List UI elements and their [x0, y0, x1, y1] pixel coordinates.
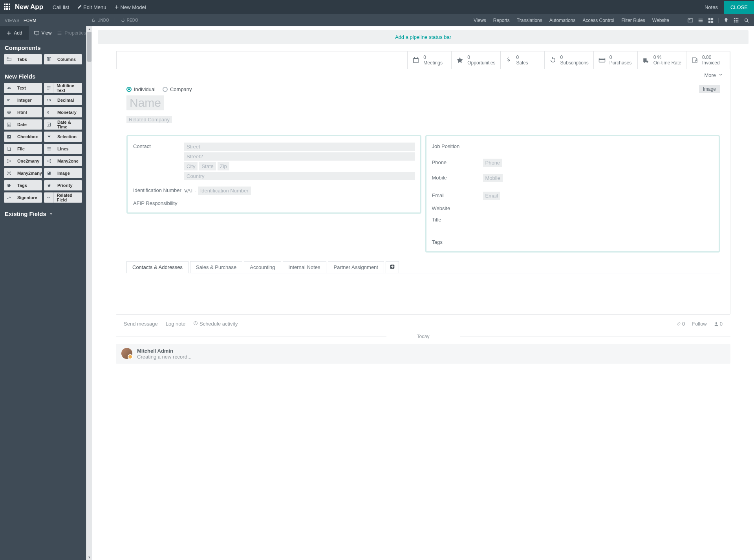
component-tabs[interactable]: Tabs [4, 54, 42, 64]
radio-individual[interactable]: Individual [126, 86, 156, 92]
caret-down-icon [49, 212, 53, 216]
undo-button[interactable]: UNDO [91, 18, 109, 23]
field-date[interactable]: 21Date [4, 119, 42, 130]
stat-ontime-rate[interactable]: 0 %On-time Rate [637, 51, 686, 69]
existing-fields-toggle[interactable]: Existing Fields [0, 207, 86, 221]
tab-add-new[interactable] [386, 261, 399, 273]
sidebar-tab-add[interactable]: Add [0, 26, 29, 40]
subbar-link-reports[interactable]: Reports [493, 18, 510, 23]
close-button[interactable]: CLOSE [724, 1, 754, 14]
subbar-link-filter-rules[interactable]: Filter Rules [621, 18, 645, 23]
field-text[interactable]: AbText [4, 83, 42, 93]
stat-subscriptions[interactable]: 0Subscriptions [544, 51, 593, 69]
stat-meetings[interactable]: 0Meetings [407, 51, 451, 69]
follow-button[interactable]: Follow [692, 321, 707, 327]
redo-button[interactable]: REDO [121, 18, 138, 23]
clock-icon [193, 321, 198, 326]
subbar-link-automations[interactable]: Automations [549, 18, 576, 23]
menu-new-model[interactable]: New Model [114, 4, 146, 10]
field-checkbox[interactable]: Checkbox [4, 132, 42, 142]
vat-input[interactable]: Identification Number [198, 187, 251, 195]
field-many2one[interactable]: Many2one [44, 156, 82, 166]
field-image[interactable]: Image [44, 168, 82, 178]
kanban-view-icon[interactable] [708, 18, 714, 23]
svg-point-31 [7, 159, 8, 161]
log-note-button[interactable]: Log note [166, 321, 186, 327]
tab-sales-purchase[interactable]: Sales & Purchase [190, 261, 242, 273]
form-breadcrumb[interactable]: FORM [24, 18, 36, 23]
subbar-link-website[interactable]: Website [652, 18, 669, 23]
schedule-activity-button[interactable]: Schedule activity [193, 321, 238, 327]
email-input[interactable]: Email [483, 192, 501, 200]
email-label: Email [432, 192, 483, 198]
notes-button[interactable]: Notes [705, 4, 718, 10]
street2-input[interactable]: Street2 [184, 152, 415, 161]
name-input[interactable]: Name [126, 95, 164, 110]
tab-contacts-addresses[interactable]: Contacts & Addresses [126, 261, 188, 273]
field-related-field[interactable]: Related Field [44, 192, 82, 203]
sidebar-scrollbar[interactable]: ▲ ▼ [86, 26, 92, 560]
map-marker-icon[interactable] [723, 18, 729, 23]
stat-opportunities[interactable]: 0Opportunities [451, 51, 500, 69]
image-placeholder[interactable]: Image [699, 85, 720, 93]
field-priority[interactable]: Priority [44, 180, 82, 190]
subbar-link-translations[interactable]: Translations [517, 18, 542, 23]
subbar-link-views[interactable]: Views [474, 18, 486, 23]
field-signature[interactable]: Signature [4, 192, 42, 203]
field-one2many[interactable]: One2many [4, 156, 42, 166]
attachments-button[interactable]: 0 [676, 321, 685, 327]
menu-call-list[interactable]: Call list [53, 4, 69, 10]
svg-point-35 [49, 159, 51, 161]
add-pipeline-status-bar[interactable]: Add a pipeline status bar [98, 30, 749, 44]
zip-input[interactable]: Zip [218, 162, 229, 170]
sidebar-tab-properties[interactable]: Properties [57, 26, 86, 40]
scroll-up-icon[interactable]: ▲ [86, 26, 92, 32]
scroll-down-icon[interactable]: ▼ [86, 555, 92, 560]
list-view-icon[interactable] [698, 18, 703, 23]
field-multiline-text[interactable]: Multiline Text [44, 83, 82, 93]
phone-input[interactable]: Phone [483, 159, 503, 167]
mobile-input[interactable]: Mobile [483, 174, 503, 182]
field-tags[interactable]: Tags [4, 180, 42, 190]
component-columns[interactable]: Columns [44, 54, 82, 64]
apps-launcher-icon[interactable] [4, 4, 11, 11]
main-canvas: Add a pipeline status bar 0Meetings 0Opp… [92, 26, 754, 560]
right-column: Job Position PhonePhone MobileMobile Ema… [425, 135, 720, 253]
scroll-thumb[interactable] [87, 32, 92, 62]
field-monetary[interactable]: €Monetary [44, 107, 82, 117]
field-html[interactable]: Html [4, 107, 42, 117]
tab-accounting[interactable]: Accounting [244, 261, 281, 273]
field-date-time[interactable]: Date & Time [44, 119, 82, 130]
field-file[interactable]: File [4, 144, 42, 154]
radio-unchecked-icon [163, 87, 168, 92]
field-integer[interactable]: N°Integer [4, 95, 42, 105]
sidebar: Add View Properties Components Tabs [0, 26, 86, 560]
search-icon[interactable] [744, 18, 749, 23]
related-company-input[interactable]: Related Company [126, 116, 172, 123]
field-selection[interactable]: Selection [44, 132, 82, 142]
state-input[interactable]: State [199, 162, 216, 170]
grid-small-icon[interactable] [734, 18, 739, 23]
stat-sales[interactable]: 0Sales [500, 51, 544, 69]
street-input[interactable]: Street [184, 143, 415, 151]
truck-icon [642, 57, 650, 64]
country-input[interactable]: Country [184, 172, 415, 180]
star-icon [456, 57, 463, 64]
tab-internal-notes[interactable]: Internal Notes [283, 261, 326, 273]
stat-invoiced[interactable]: 0.00Invoiced [686, 51, 730, 69]
stat-purchases[interactable]: 0Purchases [593, 51, 637, 69]
followers-button[interactable]: 0 [714, 321, 723, 327]
radio-company[interactable]: Company [163, 86, 192, 92]
city-input[interactable]: City [184, 162, 198, 170]
subbar-link-access-control[interactable]: Access Control [582, 18, 614, 23]
tab-partner-assignment[interactable]: Partner Assignment [328, 261, 384, 273]
field-many2many[interactable]: Many2many [4, 168, 42, 178]
form-view-icon[interactable] [688, 18, 693, 23]
send-message-button[interactable]: Send message [124, 321, 158, 327]
new-fields-title: New Fields [0, 68, 86, 83]
menu-edit-menu[interactable]: Edit Menu [77, 4, 106, 10]
field-decimal[interactable]: 1.5Decimal [44, 95, 82, 105]
field-lines[interactable]: Lines [44, 144, 82, 154]
sidebar-tab-view[interactable]: View [29, 26, 57, 40]
more-dropdown[interactable]: More [116, 69, 730, 81]
